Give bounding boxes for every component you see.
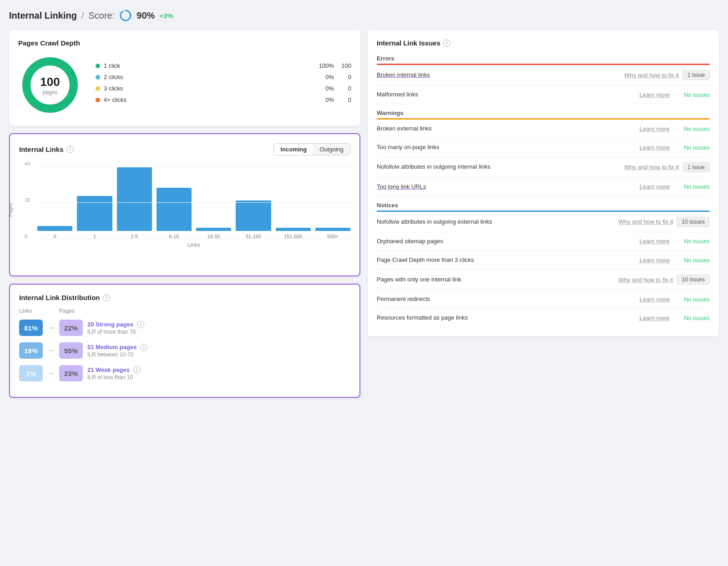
- dist-arrow-0: →: [47, 324, 55, 332]
- issue-status-0-1: No issues: [673, 91, 710, 98]
- dist-sub-2: ILR of less than 10: [87, 374, 350, 381]
- dist-row-0: 81% → 22% 20 Strong pages i ILR of more …: [19, 320, 350, 336]
- dist-sub-0: ILR of more than 70: [87, 329, 350, 335]
- issue-row-2-4: Permanent redirectsLearn moreNo issues: [377, 290, 710, 309]
- legend-label-3: 4+ clicks: [104, 96, 313, 103]
- bar-col-0: 0: [37, 226, 72, 239]
- crawl-depth-content: 100 pages 1 click 100% 100 2 clicks 0% 0…: [18, 53, 351, 117]
- dist-info-2: 21 Weak pages i ILR of less than 10: [87, 366, 350, 381]
- issue-row-2-0: Nofollow attributes in outgoing external…: [377, 212, 710, 232]
- legend-dot-0: [96, 64, 100, 68]
- legend-count-3: 0: [338, 96, 351, 103]
- issue-link-2-4[interactable]: Learn more: [620, 296, 670, 303]
- issues-card: Internal Link Issues i ErrorsBroken inte…: [368, 30, 719, 336]
- y-axis-label: Pages: [8, 203, 13, 217]
- issue-row-2-5: Resources formatted as page linksLearn m…: [377, 309, 710, 327]
- issue-link-0-1[interactable]: Learn more: [620, 91, 670, 98]
- dist-row-2: 1% → 23% 21 Weak pages i ILR of less tha…: [19, 365, 350, 381]
- legend-row-2: 3 clicks 0% 0: [96, 85, 351, 92]
- issues-title: Internal Link Issues i: [377, 39, 710, 47]
- issue-link-2-2[interactable]: Learn more: [620, 257, 670, 264]
- dist-category-link-0[interactable]: 20 Strong pages: [87, 321, 133, 328]
- issue-name-1-2: Nofollow attributes in outgoing internal…: [377, 163, 621, 171]
- dist-arrow-2: →: [47, 369, 55, 377]
- legend-pct-0: 100%: [317, 62, 334, 69]
- issue-row-2-1: Orphaned sitemap pagesLearn moreNo issue…: [377, 232, 710, 251]
- dist-category-link-2[interactable]: 21 Weak pages: [87, 366, 130, 373]
- legend-count-2: 0: [338, 85, 351, 92]
- distribution-header-row: Links Pages: [19, 308, 350, 314]
- bar-label-0: 0: [54, 234, 56, 239]
- issue-name-2-1: Orphaned sitemap pages: [377, 237, 616, 245]
- crawl-legend: 1 click 100% 100 2 clicks 0% 0 3 clicks …: [96, 62, 351, 108]
- bar-label-1: 1: [93, 234, 96, 239]
- dist-sub-1: ILR between 10-70: [87, 351, 350, 358]
- issue-badge-1-2: 1 issue: [682, 162, 710, 172]
- issue-link-1-1[interactable]: Learn more: [620, 144, 670, 151]
- internal-links-header: Internal Links i Incoming Outgoing: [19, 143, 350, 155]
- page-header: Internal Linking / Score: 90% +3%: [9, 9, 719, 22]
- issue-name-2-2: Page Crawl Depth more than 3 clicks: [377, 256, 616, 264]
- y-gridline: 40: [37, 166, 350, 166]
- donut-chart: 100 pages: [18, 53, 82, 117]
- issue-link-2-1[interactable]: Learn more: [620, 238, 670, 245]
- score-percentage: 90%: [136, 10, 155, 21]
- issue-link-2-5[interactable]: Learn more: [620, 315, 670, 321]
- issue-link-2-3[interactable]: Why and how to fix it: [618, 276, 673, 283]
- issue-row-0-0: Broken internal linksWhy and how to fix …: [377, 65, 710, 85]
- legend-label-1: 2 clicks: [104, 74, 313, 80]
- issue-status-1-1: No issues: [673, 144, 710, 151]
- bar-7: [315, 228, 350, 231]
- dist-pages-pct-2: 23%: [59, 365, 83, 381]
- legend-count-1: 0: [338, 74, 351, 80]
- legend-row-0: 1 click 100% 100: [96, 62, 351, 69]
- issue-name-1-1: Too many on-page links: [377, 143, 616, 151]
- bar-1: [77, 196, 112, 231]
- page-title: Internal Linking: [9, 10, 77, 21]
- chart-area: 40200 0 1 2-5 6-15 16-50 51-150 151-500 …: [37, 166, 350, 239]
- issue-status-2-2: No issues: [673, 257, 710, 264]
- x-axis-title: Links: [37, 242, 350, 248]
- issue-row-1-3: Too long link URLsLearn moreNo issues: [377, 178, 710, 196]
- tab-outgoing[interactable]: Outgoing: [313, 144, 350, 155]
- issue-badge-2-3: 10 issues: [677, 275, 710, 285]
- legend-pct-2: 0%: [317, 85, 334, 92]
- tab-incoming[interactable]: Incoming: [274, 144, 313, 155]
- tab-group[interactable]: Incoming Outgoing: [273, 143, 350, 155]
- issue-name-1-0: Broken external links: [377, 125, 616, 133]
- legend-pct-3: 0%: [317, 96, 334, 103]
- section-label-2: Notices: [377, 196, 710, 210]
- bar-chart: Pages 40200 0 1 2-5 6-15 16-50 51-150 15…: [19, 162, 350, 266]
- bar-2: [117, 167, 152, 231]
- distribution-info-icon: i: [103, 294, 110, 301]
- bar-0: [37, 226, 72, 231]
- dist-pages-pct-0: 22%: [59, 320, 83, 336]
- bar-label-6: 151-500: [284, 234, 302, 239]
- score-delta: +3%: [159, 12, 173, 20]
- issue-status-2-1: No issues: [673, 238, 710, 245]
- bar-col-3: 6-15: [157, 188, 192, 239]
- left-column: Pages Crawl Depth 100 pages 1: [9, 30, 360, 398]
- section-label-0: Errors: [377, 50, 710, 64]
- issue-badge-0-0: 1 issue: [682, 70, 710, 80]
- issue-row-1-2: Nofollow attributes in outgoing internal…: [377, 157, 710, 178]
- issue-link-2-0[interactable]: Why and how to fix it: [618, 218, 673, 225]
- issue-link-0-0[interactable]: Why and how to fix it: [624, 72, 679, 79]
- legend-pct-1: 0%: [317, 74, 334, 80]
- issue-name-2-5: Resources formatted as page links: [377, 314, 616, 322]
- svg-point-1: [121, 10, 131, 20]
- issue-badge-2-0: 10 issues: [677, 217, 710, 227]
- distribution-rows: 81% → 22% 20 Strong pages i ILR of more …: [19, 320, 350, 381]
- legend-dot-2: [96, 86, 100, 91]
- dist-category-link-1[interactable]: 51 Medium pages: [87, 344, 136, 351]
- issue-link-1-0[interactable]: Learn more: [620, 125, 670, 132]
- dist-links-pct-1: 18%: [19, 342, 43, 359]
- distribution-card: Internal Link Distribution i Links Pages…: [9, 284, 360, 398]
- issue-link-1-2[interactable]: Why and how to fix it: [624, 164, 679, 170]
- issues-sections: ErrorsBroken internal linksWhy and how t…: [377, 50, 710, 327]
- legend-row-1: 2 clicks 0% 0: [96, 74, 351, 80]
- dist-info-0: 20 Strong pages i ILR of more than 70: [87, 321, 350, 336]
- issue-name-2-4: Permanent redirects: [377, 295, 616, 303]
- issue-row-2-3: Pages with only one internal linkWhy and…: [377, 270, 710, 290]
- issue-link-1-3[interactable]: Learn more: [620, 183, 670, 190]
